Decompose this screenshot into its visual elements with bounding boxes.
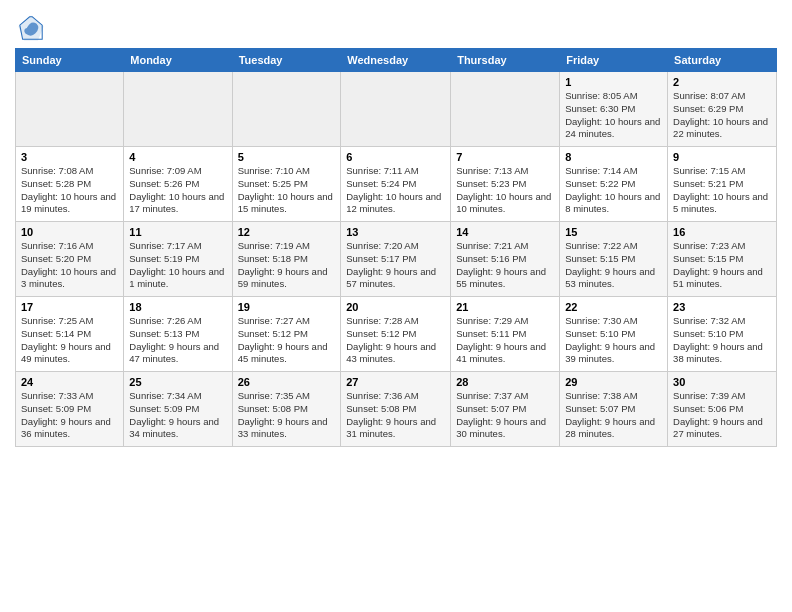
day-info: Sunrise: 7:27 AM Sunset: 5:12 PM Dayligh… (238, 315, 336, 366)
day-info: Sunrise: 7:17 AM Sunset: 5:19 PM Dayligh… (129, 240, 226, 291)
day-number: 4 (129, 151, 226, 163)
day-info: Sunrise: 7:37 AM Sunset: 5:07 PM Dayligh… (456, 390, 554, 441)
day-info: Sunrise: 7:16 AM Sunset: 5:20 PM Dayligh… (21, 240, 118, 291)
day-number: 12 (238, 226, 336, 238)
calendar-cell: 18Sunrise: 7:26 AM Sunset: 5:13 PM Dayli… (124, 297, 232, 372)
day-info: Sunrise: 7:26 AM Sunset: 5:13 PM Dayligh… (129, 315, 226, 366)
day-info: Sunrise: 7:13 AM Sunset: 5:23 PM Dayligh… (456, 165, 554, 216)
logo-icon (17, 14, 45, 42)
calendar-cell: 8Sunrise: 7:14 AM Sunset: 5:22 PM Daylig… (560, 147, 668, 222)
calendar-header-saturday: Saturday (668, 49, 777, 72)
calendar-cell (451, 72, 560, 147)
day-number: 1 (565, 76, 662, 88)
calendar-cell: 13Sunrise: 7:20 AM Sunset: 5:17 PM Dayli… (341, 222, 451, 297)
calendar-cell: 10Sunrise: 7:16 AM Sunset: 5:20 PM Dayli… (16, 222, 124, 297)
calendar-week-row: 1Sunrise: 8:05 AM Sunset: 6:30 PM Daylig… (16, 72, 777, 147)
day-info: Sunrise: 7:36 AM Sunset: 5:08 PM Dayligh… (346, 390, 445, 441)
day-number: 2 (673, 76, 771, 88)
logo (15, 14, 45, 42)
day-number: 23 (673, 301, 771, 313)
calendar-cell: 12Sunrise: 7:19 AM Sunset: 5:18 PM Dayli… (232, 222, 341, 297)
calendar-week-row: 17Sunrise: 7:25 AM Sunset: 5:14 PM Dayli… (16, 297, 777, 372)
day-number: 22 (565, 301, 662, 313)
day-number: 17 (21, 301, 118, 313)
day-number: 6 (346, 151, 445, 163)
calendar-cell: 26Sunrise: 7:35 AM Sunset: 5:08 PM Dayli… (232, 372, 341, 447)
day-info: Sunrise: 7:23 AM Sunset: 5:15 PM Dayligh… (673, 240, 771, 291)
day-info: Sunrise: 7:35 AM Sunset: 5:08 PM Dayligh… (238, 390, 336, 441)
calendar-cell: 7Sunrise: 7:13 AM Sunset: 5:23 PM Daylig… (451, 147, 560, 222)
calendar-cell: 3Sunrise: 7:08 AM Sunset: 5:28 PM Daylig… (16, 147, 124, 222)
day-info: Sunrise: 7:29 AM Sunset: 5:11 PM Dayligh… (456, 315, 554, 366)
day-number: 14 (456, 226, 554, 238)
day-info: Sunrise: 7:25 AM Sunset: 5:14 PM Dayligh… (21, 315, 118, 366)
calendar-cell (341, 72, 451, 147)
day-number: 24 (21, 376, 118, 388)
day-info: Sunrise: 7:28 AM Sunset: 5:12 PM Dayligh… (346, 315, 445, 366)
calendar-cell: 9Sunrise: 7:15 AM Sunset: 5:21 PM Daylig… (668, 147, 777, 222)
day-info: Sunrise: 7:10 AM Sunset: 5:25 PM Dayligh… (238, 165, 336, 216)
calendar-cell: 30Sunrise: 7:39 AM Sunset: 5:06 PM Dayli… (668, 372, 777, 447)
calendar-cell: 1Sunrise: 8:05 AM Sunset: 6:30 PM Daylig… (560, 72, 668, 147)
day-number: 29 (565, 376, 662, 388)
day-number: 13 (346, 226, 445, 238)
calendar-week-row: 3Sunrise: 7:08 AM Sunset: 5:28 PM Daylig… (16, 147, 777, 222)
calendar-header-wednesday: Wednesday (341, 49, 451, 72)
day-number: 27 (346, 376, 445, 388)
day-info: Sunrise: 8:05 AM Sunset: 6:30 PM Dayligh… (565, 90, 662, 141)
day-info: Sunrise: 7:19 AM Sunset: 5:18 PM Dayligh… (238, 240, 336, 291)
calendar-cell: 20Sunrise: 7:28 AM Sunset: 5:12 PM Dayli… (341, 297, 451, 372)
day-info: Sunrise: 7:11 AM Sunset: 5:24 PM Dayligh… (346, 165, 445, 216)
calendar-header-thursday: Thursday (451, 49, 560, 72)
calendar-cell (232, 72, 341, 147)
calendar-week-row: 10Sunrise: 7:16 AM Sunset: 5:20 PM Dayli… (16, 222, 777, 297)
day-info: Sunrise: 7:20 AM Sunset: 5:17 PM Dayligh… (346, 240, 445, 291)
day-number: 30 (673, 376, 771, 388)
calendar-cell: 14Sunrise: 7:21 AM Sunset: 5:16 PM Dayli… (451, 222, 560, 297)
day-number: 9 (673, 151, 771, 163)
day-info: Sunrise: 7:39 AM Sunset: 5:06 PM Dayligh… (673, 390, 771, 441)
day-info: Sunrise: 7:38 AM Sunset: 5:07 PM Dayligh… (565, 390, 662, 441)
calendar-cell: 29Sunrise: 7:38 AM Sunset: 5:07 PM Dayli… (560, 372, 668, 447)
calendar-cell: 22Sunrise: 7:30 AM Sunset: 5:10 PM Dayli… (560, 297, 668, 372)
day-number: 3 (21, 151, 118, 163)
day-info: Sunrise: 7:30 AM Sunset: 5:10 PM Dayligh… (565, 315, 662, 366)
header (15, 10, 777, 42)
calendar-cell (124, 72, 232, 147)
day-info: Sunrise: 8:07 AM Sunset: 6:29 PM Dayligh… (673, 90, 771, 141)
calendar-header-monday: Monday (124, 49, 232, 72)
day-number: 26 (238, 376, 336, 388)
day-info: Sunrise: 7:22 AM Sunset: 5:15 PM Dayligh… (565, 240, 662, 291)
day-info: Sunrise: 7:34 AM Sunset: 5:09 PM Dayligh… (129, 390, 226, 441)
calendar-cell: 2Sunrise: 8:07 AM Sunset: 6:29 PM Daylig… (668, 72, 777, 147)
calendar-week-row: 24Sunrise: 7:33 AM Sunset: 5:09 PM Dayli… (16, 372, 777, 447)
day-number: 8 (565, 151, 662, 163)
day-info: Sunrise: 7:14 AM Sunset: 5:22 PM Dayligh… (565, 165, 662, 216)
day-number: 21 (456, 301, 554, 313)
calendar-cell: 4Sunrise: 7:09 AM Sunset: 5:26 PM Daylig… (124, 147, 232, 222)
day-number: 5 (238, 151, 336, 163)
calendar-cell: 28Sunrise: 7:37 AM Sunset: 5:07 PM Dayli… (451, 372, 560, 447)
calendar-cell: 15Sunrise: 7:22 AM Sunset: 5:15 PM Dayli… (560, 222, 668, 297)
day-number: 11 (129, 226, 226, 238)
calendar-cell: 23Sunrise: 7:32 AM Sunset: 5:10 PM Dayli… (668, 297, 777, 372)
day-info: Sunrise: 7:21 AM Sunset: 5:16 PM Dayligh… (456, 240, 554, 291)
day-number: 7 (456, 151, 554, 163)
day-number: 20 (346, 301, 445, 313)
day-info: Sunrise: 7:09 AM Sunset: 5:26 PM Dayligh… (129, 165, 226, 216)
calendar: SundayMondayTuesdayWednesdayThursdayFrid… (15, 48, 777, 447)
calendar-cell: 16Sunrise: 7:23 AM Sunset: 5:15 PM Dayli… (668, 222, 777, 297)
calendar-cell (16, 72, 124, 147)
day-number: 10 (21, 226, 118, 238)
day-number: 25 (129, 376, 226, 388)
calendar-cell: 19Sunrise: 7:27 AM Sunset: 5:12 PM Dayli… (232, 297, 341, 372)
calendar-cell: 5Sunrise: 7:10 AM Sunset: 5:25 PM Daylig… (232, 147, 341, 222)
day-info: Sunrise: 7:32 AM Sunset: 5:10 PM Dayligh… (673, 315, 771, 366)
calendar-cell: 27Sunrise: 7:36 AM Sunset: 5:08 PM Dayli… (341, 372, 451, 447)
calendar-cell: 24Sunrise: 7:33 AM Sunset: 5:09 PM Dayli… (16, 372, 124, 447)
calendar-cell: 25Sunrise: 7:34 AM Sunset: 5:09 PM Dayli… (124, 372, 232, 447)
day-number: 15 (565, 226, 662, 238)
calendar-header-sunday: Sunday (16, 49, 124, 72)
day-info: Sunrise: 7:15 AM Sunset: 5:21 PM Dayligh… (673, 165, 771, 216)
calendar-cell: 6Sunrise: 7:11 AM Sunset: 5:24 PM Daylig… (341, 147, 451, 222)
